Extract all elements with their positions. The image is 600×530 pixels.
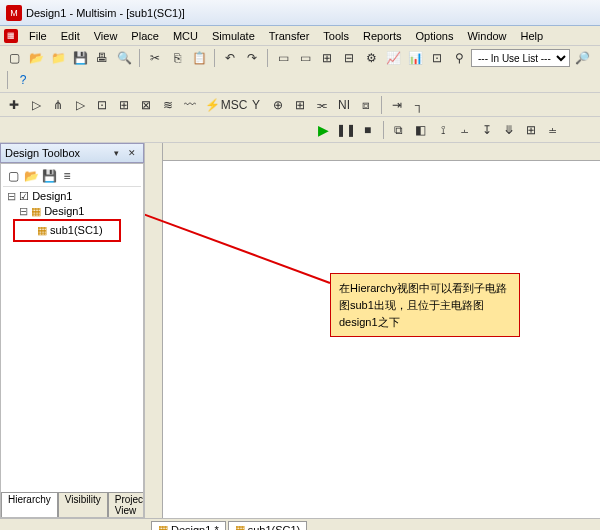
- step-icon[interactable]: ⧉: [389, 120, 409, 140]
- comp-icon[interactable]: ⊡: [427, 48, 447, 68]
- panel-title-bar: Design Toolbox ▾ ✕: [0, 143, 144, 163]
- menu-place[interactable]: Place: [124, 28, 166, 44]
- subcircuit-icon: ▦: [37, 224, 47, 236]
- toolbar-1: ▢ 📂 📁 💾 🖶 🔍 ✂ ⎘ 📋 ↶ ↷ ▭ ▭ ⊞ ⊟ ⚙ 📈 📊 ⊡ ⚲ …: [0, 46, 600, 93]
- conn-icon[interactable]: ⫘: [312, 95, 332, 115]
- new-icon[interactable]: ▢: [4, 48, 24, 68]
- tree-child[interactable]: ⊟ ▦ Design1: [5, 204, 139, 219]
- collapse-icon[interactable]: ⊟: [7, 190, 16, 203]
- mixed-icon[interactable]: ≋: [158, 95, 178, 115]
- collapse-icon[interactable]: ⊟: [19, 205, 28, 218]
- menu-options[interactable]: Options: [409, 28, 461, 44]
- open2-icon[interactable]: 📁: [48, 48, 68, 68]
- open-design-icon[interactable]: 📂: [23, 168, 39, 184]
- trans-icon[interactable]: ⋔: [48, 95, 68, 115]
- schematic-icon: ▦: [158, 523, 168, 530]
- place-comp-icon[interactable]: ✚: [4, 95, 24, 115]
- zoom-icon[interactable]: 🔎: [572, 48, 592, 68]
- doc-icon: ▦: [4, 29, 18, 43]
- net-icon[interactable]: ⊞: [317, 48, 337, 68]
- menu-help[interactable]: Help: [514, 28, 551, 44]
- sim-icon[interactable]: ⚙: [361, 48, 381, 68]
- tab-visibility[interactable]: Visibility: [58, 492, 108, 517]
- report-icon[interactable]: 📊: [405, 48, 425, 68]
- redo-icon[interactable]: ↷: [242, 48, 262, 68]
- menu-window[interactable]: Window: [460, 28, 513, 44]
- highlighted-tree-item: ▦ sub1(SC1): [13, 219, 121, 242]
- misc2-icon[interactable]: MSC: [224, 95, 244, 115]
- save-icon[interactable]: 💾: [70, 48, 90, 68]
- power-icon[interactable]: ⚡: [202, 95, 222, 115]
- graph-icon[interactable]: 📈: [383, 48, 403, 68]
- interactive-icon[interactable]: ◧: [411, 120, 431, 140]
- rf-icon[interactable]: Y: [246, 95, 266, 115]
- find-icon[interactable]: ⚲: [449, 48, 469, 68]
- run-icon[interactable]: ▶: [314, 120, 334, 140]
- post-icon[interactable]: ⫨: [543, 120, 563, 140]
- marker2-icon[interactable]: ⤋: [499, 120, 519, 140]
- marker-icon[interactable]: ↧: [477, 120, 497, 140]
- menu-mcu[interactable]: MCU: [166, 28, 205, 44]
- folder-icon: ☑: [19, 190, 29, 202]
- ttl-icon[interactable]: ⊡: [92, 95, 112, 115]
- tree-root[interactable]: ⊟ ☑ Design1: [5, 189, 139, 204]
- undo-icon[interactable]: ↶: [220, 48, 240, 68]
- use-list-dropdown[interactable]: --- In Use List ---: [471, 49, 570, 67]
- separator: [7, 71, 8, 89]
- ic2-icon[interactable]: ▭: [295, 48, 315, 68]
- tree-leaf[interactable]: ▦ sub1(SC1): [17, 223, 105, 238]
- toolbar-2: ✚ ▷ ⋔ ▷ ⊡ ⊞ ⊠ ≋ 〰 ⚡ MSC Y ⊕ ⊞ ⫘ NI ⧈ ⇥ ┐: [0, 93, 600, 117]
- elec-icon[interactable]: ⊕: [268, 95, 288, 115]
- db-icon[interactable]: ⊟: [339, 48, 359, 68]
- menu-reports[interactable]: Reports: [356, 28, 409, 44]
- main-menu: ▦ File Edit View Place MCU Simulate Tran…: [0, 26, 600, 46]
- opamp-icon[interactable]: ▷: [70, 95, 90, 115]
- separator: [381, 96, 382, 114]
- ni-icon[interactable]: NI: [334, 95, 354, 115]
- print-icon[interactable]: 🖶: [92, 48, 112, 68]
- doc-tab-design1[interactable]: ▦Design1 *: [151, 521, 226, 530]
- bus-icon[interactable]: ⇥: [387, 95, 407, 115]
- menu-tools[interactable]: Tools: [316, 28, 356, 44]
- window-title: Design1 - Multisim - [sub1(SC1)]: [26, 7, 185, 19]
- pin-icon[interactable]: ▾: [109, 146, 123, 160]
- toolbox-toolbar: ▢ 📂 💾 ≡: [3, 166, 141, 187]
- stop-icon[interactable]: ■: [358, 120, 378, 140]
- doc-tab-sub1[interactable]: ▦sub1(SC1): [228, 521, 308, 530]
- help-icon[interactable]: ?: [13, 70, 33, 90]
- analysis-icon[interactable]: ⊞: [521, 120, 541, 140]
- menu-simulate[interactable]: Simulate: [205, 28, 262, 44]
- cut-icon[interactable]: ✂: [145, 48, 165, 68]
- annotation-callout: 在Hierarchy视图中可以看到子电路图sub1出现，且位于主电路图desig…: [330, 273, 520, 337]
- open-icon[interactable]: 📂: [26, 48, 46, 68]
- schematic-canvas[interactable]: 在Hierarchy视图中可以看到子电路图sub1出现，且位于主电路图desig…: [145, 143, 600, 518]
- paste-icon[interactable]: 📋: [189, 48, 209, 68]
- save-design-icon[interactable]: 💾: [41, 168, 57, 184]
- pause-icon[interactable]: ❚❚: [336, 120, 356, 140]
- cmos-icon[interactable]: ⊞: [114, 95, 134, 115]
- menu-view[interactable]: View: [87, 28, 125, 44]
- misc-icon[interactable]: ⊠: [136, 95, 156, 115]
- tab-project-view[interactable]: Project View: [108, 492, 144, 517]
- ind-icon[interactable]: 〰: [180, 95, 200, 115]
- vertical-ruler: [145, 143, 163, 518]
- probe-icon[interactable]: ⟟: [433, 120, 453, 140]
- mcu-icon[interactable]: ⧈: [356, 95, 376, 115]
- callout-text: 在Hierarchy视图中可以看到子电路图sub1出现，且位于主电路图desig…: [339, 282, 507, 328]
- menu-edit[interactable]: Edit: [54, 28, 87, 44]
- ic-icon[interactable]: ▭: [273, 48, 293, 68]
- menu-file[interactable]: File: [22, 28, 54, 44]
- copy-icon[interactable]: ⎘: [167, 48, 187, 68]
- preview-icon[interactable]: 🔍: [114, 48, 134, 68]
- list-icon[interactable]: ≡: [59, 168, 75, 184]
- hier-icon[interactable]: ┐: [409, 95, 429, 115]
- menu-transfer[interactable]: Transfer: [262, 28, 317, 44]
- toolbar-3: ▶ ❚❚ ■ ⧉ ◧ ⟟ ⫠ ↧ ⤋ ⊞ ⫨: [0, 117, 600, 143]
- tab-hierarchy[interactable]: Hierarchy: [1, 492, 58, 517]
- diode-icon[interactable]: ▷: [26, 95, 46, 115]
- subcircuit-icon: ▦: [235, 523, 245, 530]
- ladder-icon[interactable]: ⊞: [290, 95, 310, 115]
- new-design-icon[interactable]: ▢: [5, 168, 21, 184]
- close-panel-icon[interactable]: ✕: [125, 146, 139, 160]
- probe2-icon[interactable]: ⫠: [455, 120, 475, 140]
